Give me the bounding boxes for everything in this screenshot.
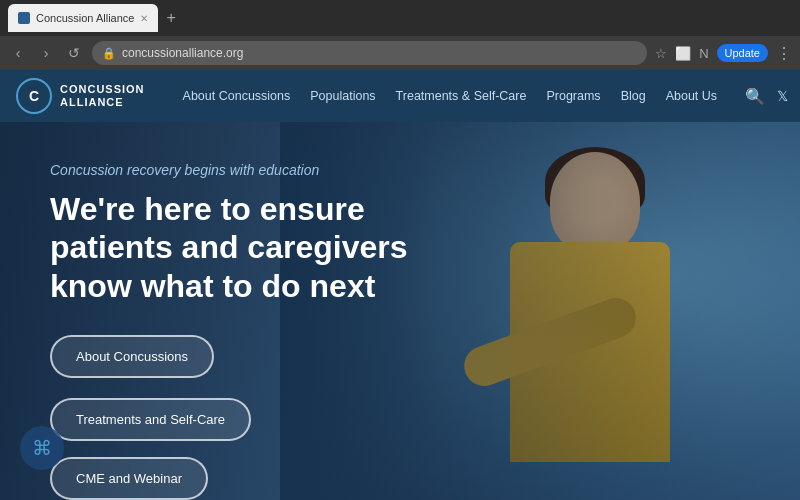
url-text: concussionalliance.org (122, 46, 243, 60)
nav-populations[interactable]: Populations (302, 85, 383, 107)
logo-letter: C (29, 88, 39, 104)
back-button[interactable]: ‹ (8, 45, 28, 61)
hero-content: Concussion recovery begins with educatio… (0, 122, 480, 500)
new-tab-button[interactable]: + (162, 7, 179, 29)
tab-close-button[interactable]: ✕ (140, 13, 148, 24)
hero-buttons-row2: CME and Webinar (50, 457, 430, 500)
nav-about-concussions[interactable]: About Concussions (175, 85, 299, 107)
profile-icon[interactable]: ⬜ (675, 46, 691, 61)
extension-icon[interactable]: N (699, 46, 708, 61)
browser-actions: ☆ ⬜ N Update ⋮ (655, 44, 792, 63)
tab-title: Concussion Alliance (36, 12, 134, 24)
about-concussions-button[interactable]: About Concussions (50, 335, 214, 378)
navbar: C CONCUSSION ALLIANCE About Concussions … (0, 70, 800, 122)
hero-section: Concussion recovery begins with educatio… (0, 122, 800, 500)
bookmark-icon[interactable]: ☆ (655, 46, 667, 61)
active-tab[interactable]: Concussion Alliance ✕ (8, 4, 158, 32)
logo[interactable]: C CONCUSSION ALLIANCE (16, 78, 145, 114)
refresh-button[interactable]: ↺ (64, 45, 84, 61)
logo-circle: C (16, 78, 52, 114)
tab-bar: Concussion Alliance ✕ + (8, 4, 180, 32)
nav-about-us[interactable]: About Us (658, 85, 725, 107)
lock-icon: 🔒 (102, 47, 116, 60)
browser-chrome: Concussion Alliance ✕ + (0, 0, 800, 36)
twitter-icon[interactable]: 𝕏 (777, 88, 788, 104)
nav-blog[interactable]: Blog (613, 85, 654, 107)
fingerprint-badge[interactable]: ⌘ (20, 426, 64, 470)
search-icon[interactable]: 🔍 (745, 87, 765, 106)
treatments-self-care-button[interactable]: Treatments and Self-Care (50, 398, 251, 441)
hero-title: We're here to ensure patients and caregi… (50, 190, 430, 305)
logo-text: CONCUSSION ALLIANCE (60, 83, 145, 109)
tab-favicon (18, 12, 30, 24)
hero-subtitle: Concussion recovery begins with educatio… (50, 162, 430, 178)
address-bar[interactable]: 🔒 concussionalliance.org (92, 41, 647, 65)
fingerprint-icon: ⌘ (32, 436, 52, 460)
nav-treatments[interactable]: Treatments & Self-Care (388, 85, 535, 107)
hero-buttons: About Concussions Treatments and Self-Ca… (50, 335, 430, 441)
website: C CONCUSSION ALLIANCE About Concussions … (0, 70, 800, 500)
browser-menu-button[interactable]: ⋮ (776, 44, 792, 63)
address-bar-row: ‹ › ↺ 🔒 concussionalliance.org ☆ ⬜ N Upd… (0, 36, 800, 70)
update-button[interactable]: Update (717, 44, 768, 62)
nav-actions: 🔍 𝕏 Donate (745, 83, 800, 110)
nav-links: About Concussions Populations Treatments… (175, 85, 726, 107)
forward-button[interactable]: › (36, 45, 56, 61)
nav-programs[interactable]: Programs (538, 85, 608, 107)
cme-webinar-button[interactable]: CME and Webinar (50, 457, 208, 500)
